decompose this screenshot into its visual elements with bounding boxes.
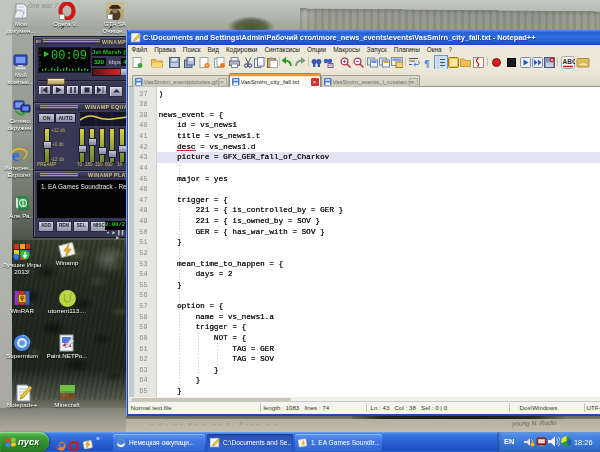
svg-text:ABC: ABC: [563, 57, 576, 64]
svg-text:¶: ¶: [424, 57, 430, 68]
